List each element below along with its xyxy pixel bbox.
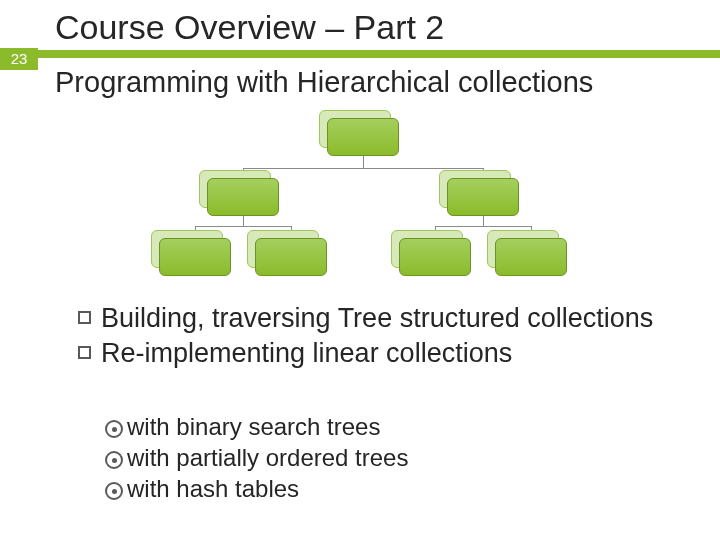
list-item: Building, traversing Tree structured col… [78, 302, 698, 335]
sub-bullet-text: with partially ordered trees [127, 443, 408, 473]
target-bullet-icon [105, 451, 119, 465]
square-bullet-icon [78, 311, 91, 324]
list-item: with partially ordered trees [105, 443, 695, 473]
list-item: with binary search trees [105, 412, 695, 442]
target-bullet-icon [105, 482, 119, 496]
sub-bullet-text: with binary search trees [127, 412, 380, 442]
target-bullet-icon [105, 420, 119, 434]
slide-number-badge: 23 [0, 48, 38, 70]
slide-title: Course Overview – Part 2 [55, 8, 444, 47]
sub-bullet-text: with hash tables [127, 474, 299, 504]
title-underline [0, 50, 720, 58]
bullet-text: Building, traversing Tree structured col… [101, 302, 653, 335]
list-item: with hash tables [105, 474, 695, 504]
sub-bullet-list: with binary search trees with partially … [105, 412, 695, 505]
slide-subtitle: Programming with Hierarchical collection… [55, 66, 593, 99]
tree-diagram [155, 110, 555, 280]
bullet-list: Building, traversing Tree structured col… [78, 302, 698, 372]
list-item: Re-implementing linear collections [78, 337, 698, 370]
bullet-text: Re-implementing linear collections [101, 337, 512, 370]
square-bullet-icon [78, 346, 91, 359]
